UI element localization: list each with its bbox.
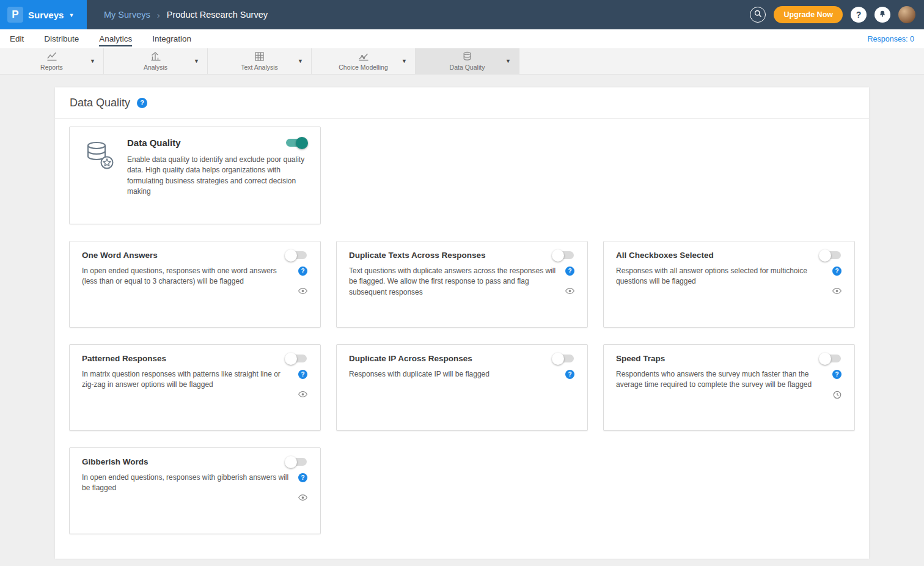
help-icon[interactable]: ? [832,370,842,379]
card-title: One Word Answers [82,251,158,260]
nav-item-integration[interactable]: Integration [152,31,191,46]
database-quality-icon [82,138,116,213]
analysis-dropdown-caret-icon[interactable]: ▼ [194,58,199,64]
help-icon[interactable]: ? [298,473,307,482]
data-quality-dropdown-caret-icon[interactable]: ▼ [505,58,511,64]
card-description: In open ended questions, responses with … [82,472,292,501]
notifications-button[interactable] [875,7,890,23]
patterned-responses-toggle[interactable] [286,355,307,362]
breadcrumb: My Surveys › Product Research Survey [104,10,268,20]
cards-area: Data Quality Enable data quality to iden… [55,119,869,559]
nav-item-distribute[interactable]: Distribute [44,31,79,46]
feature-card-patterned-responses: Patterned Responses In matrix question r… [69,344,321,431]
responses-count: Responses: 0 [868,35,914,43]
analysis-chart-icon [150,51,161,62]
breadcrumb-current: Product Research Survey [167,10,268,20]
eye-icon[interactable] [298,494,307,501]
nav-item-analytics[interactable]: Analytics [99,31,132,46]
eye-icon[interactable] [298,287,307,295]
data-quality-database-icon [462,51,472,62]
toggle-knob [285,456,297,468]
page-title: Data Quality [70,97,130,109]
toggle-knob [285,249,297,262]
text-analysis-dropdown-caret-icon[interactable]: ▼ [298,58,303,64]
header-actions: Upgrade Now ? [750,6,924,23]
card-description: Responses with duplicate IP will be flag… [349,369,559,380]
card-row-1: Data Quality Enable data quality to iden… [69,127,855,224]
eye-icon[interactable] [298,391,307,398]
clock-icon[interactable] [833,391,842,399]
page-help-icon[interactable]: ? [137,98,147,108]
card-description: In open ended questions, responses with … [82,266,292,295]
toggle-knob [552,353,564,365]
help-icon[interactable]: ? [298,266,307,276]
card-description: In matrix question responses with patter… [82,369,292,398]
help-icon[interactable]: ? [565,370,574,379]
chevron-down-icon: ▼ [68,12,74,18]
card-description: Respondents who answers the survey much … [616,369,826,399]
feature-card-speed-traps: Speed Traps Respondents who answers the … [603,344,855,431]
data-quality-panel: Data Quality ? [55,87,869,559]
help-button[interactable]: ? [851,7,867,23]
toggle-knob [552,249,564,262]
eye-icon[interactable] [832,287,842,295]
bell-icon [878,10,887,20]
help-icon[interactable]: ? [832,266,842,276]
toggle-knob [296,137,308,149]
questionpro-logo: P [7,7,23,23]
search-icon [754,9,762,20]
main-content: Data Quality ? [0,75,924,566]
feature-card-data-quality: Data Quality Enable data quality to iden… [69,127,321,224]
card-row-3: Patterned Responses In matrix question r… [69,344,855,431]
card-title: Gibberish Words [82,457,148,466]
card-description: Responses with all answer options select… [616,266,826,295]
help-icon[interactable]: ? [565,266,574,276]
tab-choice-modelling[interactable]: Choice Modelling ▼ [312,48,416,74]
one-word-answers-toggle[interactable] [286,251,307,259]
eye-icon[interactable] [565,287,574,295]
feature-card-gibberish-words: Gibberish Words In open ended questions,… [69,447,321,534]
breadcrumb-my-surveys[interactable]: My Surveys [104,10,150,20]
nav-item-edit[interactable]: Edit [10,31,24,46]
tab-data-quality[interactable]: Data Quality ▼ [416,48,519,74]
card-row-4: Gibberish Words In open ended questions,… [69,447,855,534]
tab-reports[interactable]: Reports ▼ [0,48,104,74]
feature-card-duplicate-ip: Duplicate IP Across Responses Responses … [336,344,588,431]
reports-dropdown-caret-icon[interactable]: ▼ [90,58,95,64]
top-header: P Surveys ▼ My Surveys › Product Researc… [0,0,924,29]
card-title: Duplicate IP Across Responses [349,354,472,363]
feature-card-all-checkboxes: All Checkboxes Selected Responses with a… [603,241,855,328]
duplicate-ip-toggle[interactable] [553,355,574,362]
reports-chart-icon [46,51,57,62]
data-quality-toggle[interactable] [286,139,307,147]
speed-traps-toggle[interactable] [820,355,841,362]
product-label: Surveys [28,10,64,20]
choice-modelling-chart-icon [358,51,369,62]
toggle-knob [285,353,297,365]
toggle-knob [819,353,831,365]
duplicate-texts-toggle[interactable] [553,251,574,259]
card-row-2: One Word Answers In open ended questions… [69,241,855,328]
help-icon[interactable]: ? [298,370,307,379]
tab-text-analysis[interactable]: Text Analysis ▼ [208,48,312,74]
user-avatar[interactable] [898,6,915,23]
search-button[interactable] [750,7,766,23]
card-title: Patterned Responses [82,354,166,363]
tab-analysis[interactable]: Analysis ▼ [104,48,208,74]
upgrade-now-button[interactable]: Upgrade Now [774,6,843,23]
card-title: Data Quality [127,138,181,148]
gibberish-words-toggle[interactable] [286,458,307,466]
all-checkboxes-toggle[interactable] [820,251,841,259]
choice-modelling-dropdown-caret-icon[interactable]: ▼ [402,58,407,64]
breadcrumb-separator-icon: › [157,10,160,20]
card-title: Speed Traps [616,354,665,363]
toggle-knob [819,249,831,262]
card-title: All Checkboxes Selected [616,251,714,260]
card-title: Duplicate Texts Across Responses [349,251,486,260]
feature-card-one-word-answers: One Word Answers In open ended questions… [69,241,321,328]
surveys-menu[interactable]: P Surveys ▼ [0,0,87,29]
question-mark-icon: ? [856,10,862,20]
feature-card-duplicate-texts: Duplicate Texts Across Responses Text qu… [336,241,588,328]
panel-header: Data Quality ? [55,87,869,119]
card-description: Enable data quality to identify and excl… [127,155,308,213]
